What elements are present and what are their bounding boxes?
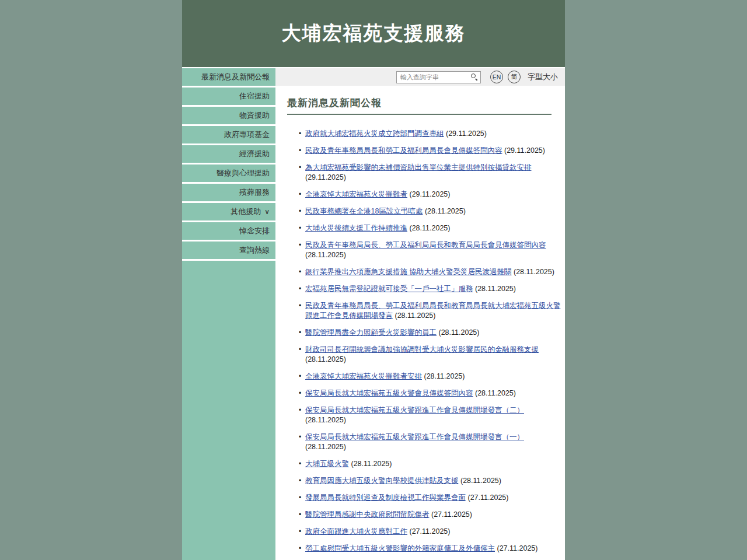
news-date: (29.11.2025) [305,173,346,181]
sidebar-item-label: 經濟援助 [239,149,270,159]
news-list-item: 教育局因應大埔五級火警向學校提供津貼及支援 (28.11.2025) [299,476,562,486]
news-list-item: 大埔五級火警 (28.11.2025) [299,459,562,469]
news-list-item: 醫院管理局盡全力照顧受火災影響的員工 (28.11.2025) [299,328,562,338]
news-list-item: 財政司司長召開統籌會議加強協調對受大埔火災影響居民的金融服務支援 (28.11.… [299,345,562,365]
news-list-item: 民政及青年事務局局長和勞工及福利局局長會見傳媒答問內容 (29.11.2025) [299,146,562,156]
news-list-item: 大埔火災後續支援工作持續推進 (28.11.2025) [299,223,562,233]
site-banner: 大埔宏福苑支援服務 [182,0,565,67]
news-list-item: 發展局局長就特別巡查及制度檢視工作與業界會面 (27.11.2025) [299,493,562,503]
sidebar-item[interactable]: 最新消息及新聞公報 [182,68,275,88]
news-list-item: 政府就大埔宏福苑火災成立跨部門調查專組 (29.11.2025) [299,129,562,139]
search-input[interactable] [396,71,481,83]
news-link[interactable]: 勞工處慰問受大埔五級火警影響的外籍家庭傭工及外傭僱主 [305,544,495,552]
news-link[interactable]: 教育局因應大埔五級火警向學校提供津貼及支援 [305,477,459,485]
news-link[interactable]: 宏福苑居民無需登記證就可接受「一戶一社工」服務 [305,285,473,293]
sidebar-item[interactable]: 住宿援助 [182,88,275,107]
news-list-item: 保安局局長就大埔宏福苑五級火警跟進工作會見傳媒開場發言（一） (28.11.20… [299,432,562,452]
news-link[interactable]: 全港哀悼大埔宏福苑火災罹難者 [305,190,407,198]
news-link[interactable]: 政府就大埔宏福苑火災成立跨部門調查專組 [305,130,444,138]
sidebar-item-label: 查詢熱線 [239,245,270,256]
language-simplified-button[interactable]: 简 [508,71,521,83]
chevron-down-icon: ∨ [264,208,270,216]
news-date: (28.11.2025) [305,416,346,424]
sidebar-item-label: 最新消息及新聞公報 [201,72,270,82]
news-list-item: 民政及青年事務局局長、勞工及福利局局長和教育局局長會見傳媒答問內容 (28.11… [299,240,562,260]
content-heading: 最新消息及新聞公報 [287,96,551,115]
news-date: (28.11.2025) [395,312,435,320]
news-link[interactable]: 民政及青年事務局局長和勞工及福利局局長會見傳媒答問內容 [305,146,502,155]
news-list-item: 保安局局長就大埔宏福苑五級火警會見傳媒答問內容 (28.11.2025) [299,388,562,398]
news-link[interactable]: 醫院管理局感謝中央政府慰問留院傷者 [305,510,430,519]
news-date: (28.11.2025) [305,355,346,363]
news-date: (29.11.2025) [504,146,545,155]
main-content: 最新消息及新聞公報 政府就大埔宏福苑火災成立跨部門調查專組 (29.11.202… [275,86,565,560]
news-date: (28.11.2025) [460,477,501,485]
news-list-item: 宏福苑居民無需登記證就可接受「一戶一社工」服務 (28.11.2025) [299,284,562,294]
news-date: (29.11.2025) [446,130,487,138]
news-date: (28.11.2025) [438,328,479,337]
news-list-item: 醫院管理局感謝中央政府慰問留院傷者 (27.11.2025) [299,510,562,520]
news-link[interactable]: 民政事務總署在全港18區設立弔唁處 [305,207,423,215]
news-date: (28.11.2025) [475,285,516,293]
news-date: (27.11.2025) [431,510,472,519]
news-date: (29.11.2025) [409,190,450,198]
news-list-item: 為大埔宏福苑受影響的未補價資助出售單位業主提供特別按揭貸款安排 (29.11.2… [299,163,562,183]
sidebar-item-label: 物資援助 [239,110,270,121]
news-list-item: 全港哀悼大埔宏福苑火災罹難者 (29.11.2025) [299,190,562,200]
news-list-item: 全港哀悼大埔宏福苑火災罹難者安排 (28.11.2025) [299,372,562,382]
news-date: (27.11.2025) [409,527,450,536]
news-link[interactable]: 發展局局長就特別巡查及制度檢視工作與業界會面 [305,494,466,502]
news-link[interactable]: 大埔火災後續支援工作持續推進 [305,224,407,232]
sidebar-item[interactable]: 其他援助 ∨ [182,203,275,222]
news-date: (28.11.2025) [424,372,465,380]
news-date: (28.11.2025) [305,251,346,259]
sidebar-nav: 最新消息及新聞公報 住宿援助 物資援助 政府專項基金 [182,68,275,560]
news-link[interactable]: 銀行業界推出六項應急支援措施 協助大埔火警受災居民渡過難關 [305,268,511,276]
news-date: (28.11.2025) [514,268,554,276]
sidebar-item-label: 醫療與心理援助 [217,168,270,178]
sidebar-item[interactable]: 物資援助 [182,107,275,126]
sidebar-item-label: 殯葬服務 [239,187,270,198]
sidebar-item[interactable]: 醫療與心理援助 [182,164,275,184]
news-list-item: 政府全面跟進大埔火災應對工作 (27.11.2025) [299,527,562,537]
news-link[interactable]: 保安局局長就大埔宏福苑五級火警會見傳媒答問內容 [305,389,473,397]
right-column: EN 简 字型大小 最新消息及新聞公報 政府就大埔宏福苑火災成立跨部門調查專組 … [275,68,565,560]
news-list-item: 民政事務總署在全港18區設立弔唁處 (28.11.2025) [299,206,562,216]
search-icon[interactable] [471,74,478,80]
sidebar-item-label: 悼念安排 [239,226,270,236]
news-link[interactable]: 保安局局長就大埔宏福苑五級火警跟進工作會見傳媒開場發言（一） [305,433,524,441]
news-link[interactable]: 民政及青年事務局局長、勞工及福利局局長和教育局局長會見傳媒答問內容 [305,241,546,249]
news-list-item: 勞工處慰問受大埔五級火警影響的外籍家庭傭工及外傭僱主 (27.11.2025) [299,544,562,554]
sidebar-item[interactable]: 悼念安排 [182,222,275,242]
sidebar-item[interactable]: 經濟援助 [182,145,275,164]
font-size-control[interactable]: 字型大小 [528,72,558,82]
news-link[interactable]: 為大埔宏福苑受影響的未補價資助出售單位業主提供特別按揭貸款安排 [305,163,532,172]
page: 大埔宏福苑支援服務 最新消息及新聞公報 住宿援助 物資援助 [0,0,747,560]
language-en-button[interactable]: EN [490,71,503,83]
news-link[interactable]: 大埔五級火警 [305,460,349,468]
news-date: (28.11.2025) [425,207,466,215]
sidebar-item[interactable]: 查詢熱線 [182,242,275,261]
news-date: (27.11.2025) [497,544,537,552]
news-link[interactable]: 政府全面跟進大埔火災應對工作 [305,527,407,536]
sidebar-item[interactable]: 殯葬服務 [182,184,275,203]
news-date: (28.11.2025) [475,389,516,397]
news-date: (28.11.2025) [351,460,392,468]
news-date: (27.11.2025) [467,494,508,502]
sidebar-item[interactable]: 政府專項基金 [182,126,275,145]
news-list-item: 民政及青年事務局局長、勞工及福利局局長和教育局局長就大埔宏福苑五級火警跟進工作會… [299,301,562,321]
sidebar-item-label: 政府專項基金 [224,130,270,140]
news-date: (28.11.2025) [305,443,346,451]
news-link[interactable]: 醫院管理局盡全力照顧受火災影響的員工 [305,328,437,337]
utility-bar: EN 简 字型大小 [275,68,565,86]
news-date: (28.11.2025) [409,224,450,232]
lower-region: 最新消息及新聞公報 住宿援助 物資援助 政府專項基金 [182,67,565,560]
search-box [396,71,481,83]
news-list-item: 銀行業界推出六項應急支援措施 協助大埔火警受災居民渡過難關 (28.11.202… [299,267,562,277]
news-link[interactable]: 保安局局長就大埔宏福苑五級火警跟進工作會見傳媒開場發言（二） [305,406,524,414]
news-link[interactable]: 全港哀悼大埔宏福苑火災罹難者安排 [305,372,422,380]
site-column: 大埔宏福苑支援服務 最新消息及新聞公報 住宿援助 物資援助 [182,0,565,560]
news-list-item: 保安局局長就大埔宏福苑五級火警跟進工作會見傳媒開場發言（二） (28.11.20… [299,405,562,425]
news-link[interactable]: 財政司司長召開統籌會議加強協調對受大埔火災影響居民的金融服務支援 [305,345,539,354]
page-title: 大埔宏福苑支援服務 [282,20,466,47]
